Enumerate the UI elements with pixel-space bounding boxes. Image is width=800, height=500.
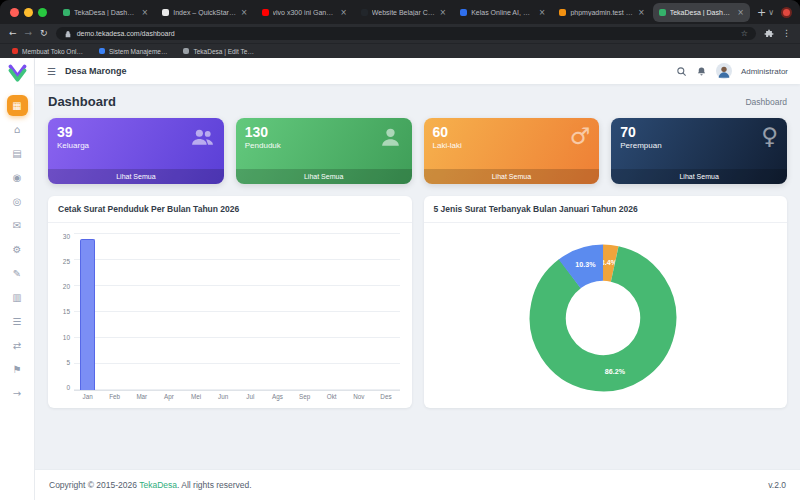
bookmark-favicon — [99, 48, 105, 54]
stat-link[interactable]: Lihat Semua — [48, 169, 224, 184]
extensions-icon[interactable] — [764, 29, 774, 39]
browser-tab[interactable]: TekaDesa | Dashboard× — [653, 3, 750, 22]
stat-card-laki-laki: 60Laki-laki♂Lihat Semua — [424, 118, 600, 184]
bar-slot — [372, 234, 399, 390]
bar-chart-y-axis: 302520151050 — [56, 233, 70, 402]
bookmark-star-icon[interactable]: ☆ — [741, 30, 748, 38]
tab-strip-right: ∨ — [768, 7, 792, 18]
back-icon[interactable]: ← — [9, 29, 17, 38]
tekadesa-logo[interactable] — [8, 64, 27, 83]
tab-close-icon[interactable]: × — [142, 8, 149, 17]
minimize-button[interactable] — [24, 8, 33, 17]
page-title: Dashboard — [48, 94, 116, 109]
sidebar-nav: ▦⌂▤◉◎✉⚙✎▥☰⇄⚑→ — [7, 95, 28, 404]
app-header: ☰ Desa Maronge — [35, 58, 800, 84]
person-icon — [378, 125, 403, 154]
url-text: demo.tekadesa.com/dashboard — [77, 30, 175, 37]
new-tab-button[interactable]: + — [757, 7, 766, 18]
tab-close-icon[interactable]: × — [737, 8, 744, 17]
x-tick-label: Mar — [128, 393, 155, 400]
address-bar[interactable]: demo.tekadesa.com/dashboard ☆ — [56, 27, 756, 40]
bookmark-item[interactable]: Sistem Manajeme… — [99, 48, 168, 55]
sidebar: ▦⌂▤◉◎✉⚙✎▥☰⇄⚑→ — [0, 58, 35, 500]
y-tick-label: 20 — [63, 283, 70, 290]
tab-title: vivo x300 ini Ganas Gan… — [273, 9, 337, 16]
bar-chart-main: JanFebMarAprMeiJunJulAgsSepOktNovDes — [74, 233, 400, 402]
search-icon[interactable] — [676, 66, 687, 77]
stat-value: 60 — [433, 125, 591, 140]
x-tick-label: Ags — [264, 393, 291, 400]
donut-chart-card: 5 Jenis Surat Terbanyak Bulan Januari Ta… — [424, 196, 788, 408]
tab-close-icon[interactable]: × — [241, 8, 248, 17]
tab-favicon — [659, 9, 666, 16]
browser-menu-icon[interactable]: ⋮ — [782, 29, 791, 38]
bookmark-favicon — [183, 48, 189, 54]
close-button[interactable] — [10, 8, 19, 17]
tab-title: phpmyadmin.test / local… — [570, 9, 634, 16]
browser-tab[interactable]: vivo x300 ini Ganas Gan…× — [256, 3, 353, 22]
breadcrumb: Dashboard — [745, 97, 787, 107]
sidebar-item-surat[interactable]: ✉ — [7, 215, 28, 236]
x-tick-label: Mei — [183, 393, 210, 400]
notifications-bell-icon[interactable] — [696, 66, 707, 77]
tab-close-icon[interactable]: × — [539, 8, 546, 17]
lock-icon[interactable] — [64, 30, 72, 38]
bar-slot — [264, 234, 291, 390]
footer-brand[interactable]: TekaDesa — [139, 480, 177, 490]
sidebar-item-layanan[interactable]: ⚙ — [7, 239, 28, 260]
bookmark-item[interactable]: TekaDesa | Edit Te… — [183, 48, 253, 55]
stat-value: 70 — [620, 125, 778, 140]
sidebar-item-pengaduan[interactable]: ⚑ — [7, 359, 28, 380]
tab-strip: TekaDesa | Dashboard×Index – QuickStart … — [0, 0, 800, 24]
tab-title: TekaDesa | Dashboard — [74, 9, 138, 16]
sidebar-item-dashboard[interactable]: ▦ — [7, 95, 28, 116]
tab-close-icon[interactable]: × — [638, 8, 645, 17]
x-tick-label: Apr — [155, 393, 182, 400]
browser-profile-avatar[interactable] — [781, 7, 792, 18]
stat-link[interactable]: Lihat Semua — [236, 169, 412, 184]
y-tick-label: 25 — [63, 258, 70, 265]
stat-link[interactable]: Lihat Semua — [424, 169, 600, 184]
y-tick-label: 0 — [66, 384, 70, 391]
sidebar-item-laporan[interactable]: ▥ — [7, 287, 28, 308]
browser-tab[interactable]: phpmyadmin.test / local…× — [553, 3, 650, 22]
forward-icon[interactable]: → — [25, 29, 33, 38]
tab-favicon — [460, 9, 467, 16]
bar — [80, 239, 95, 390]
sidebar-toggle-icon[interactable]: ☰ — [47, 66, 56, 77]
bookmark-label: TekaDesa | Edit Te… — [193, 48, 253, 55]
tab-search-icon[interactable]: ∨ — [768, 8, 774, 17]
dashboard-content: Dashboard Dashboard 39KeluargaLihat Semu… — [35, 84, 800, 469]
window-controls — [10, 8, 47, 17]
bar-slot — [101, 234, 128, 390]
bookmark-favicon — [12, 48, 18, 54]
bookmark-item[interactable]: Membuat Toko Onl… — [12, 48, 83, 55]
male-icon: ♂ — [570, 125, 591, 148]
browser-tab[interactable]: TekaDesa | Dashboard× — [57, 3, 154, 22]
maximize-button[interactable] — [38, 8, 47, 17]
user-avatar[interactable] — [716, 63, 732, 79]
sidebar-item-mutasi[interactable]: ⇄ — [7, 335, 28, 356]
tab-close-icon[interactable]: × — [439, 8, 446, 17]
browser-tab[interactable]: Kelas Online AI, UI UX D…× — [454, 3, 551, 22]
x-tick-label: Jan — [74, 393, 101, 400]
copyright-suffix: . All rights reserved. — [177, 480, 252, 490]
tab-favicon — [361, 9, 368, 16]
sidebar-item-keluarga[interactable]: ◎ — [7, 191, 28, 212]
stat-link[interactable]: Lihat Semua — [611, 169, 787, 184]
reload-icon[interactable]: ↻ — [40, 29, 48, 38]
browser-tab[interactable]: Index – QuickStart Boot…× — [156, 3, 253, 22]
tab-bar: TekaDesa | Dashboard×Index – QuickStart … — [57, 3, 750, 22]
sidebar-item-daftar[interactable]: ☰ — [7, 311, 28, 332]
bar-slot — [155, 234, 182, 390]
sidebar-item-artikel[interactable]: ✎ — [7, 263, 28, 284]
bar-slot — [318, 234, 345, 390]
x-tick-label: Sep — [291, 393, 318, 400]
sidebar-item-keluar[interactable]: → — [7, 383, 28, 404]
browser-tab[interactable]: Website Belajar Coding …× — [355, 3, 452, 22]
sidebar-item-penduduk[interactable]: ◉ — [7, 167, 28, 188]
sidebar-item-data-master[interactable]: ▤ — [7, 143, 28, 164]
x-tick-label: Feb — [101, 393, 128, 400]
tab-close-icon[interactable]: × — [340, 8, 347, 17]
sidebar-item-desa[interactable]: ⌂ — [7, 119, 28, 140]
